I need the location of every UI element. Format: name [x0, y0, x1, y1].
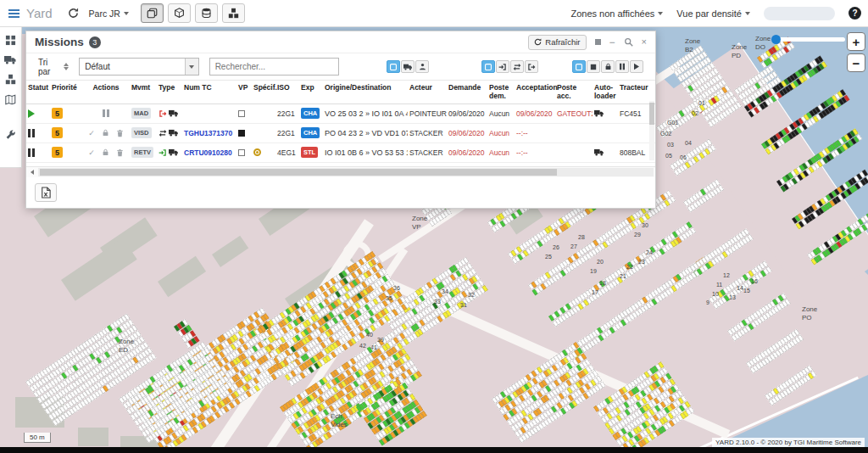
close-icon[interactable]: ×	[642, 37, 647, 47]
trash-icon[interactable]	[116, 129, 124, 137]
row-number-label: 28	[578, 234, 585, 240]
filter-all-moves-button[interactable]	[481, 60, 495, 73]
row-number-label: 41	[370, 344, 377, 350]
column-header[interactable]: Acceptation	[515, 84, 555, 101]
column-header[interactable]: Num TC	[182, 84, 236, 101]
container-number-link[interactable]: CRTU0910280	[184, 148, 232, 157]
table-row[interactable]: 5 ✓ VISD TGHU1371370 22G1 CHA PO 04 23 2	[26, 124, 655, 143]
column-header[interactable]: Priorité	[50, 84, 82, 101]
layers-icon	[147, 8, 158, 19]
table-row[interactable]: 5 ✓ RETV CRTU0910280 4EG1 STL IO I01 0B …	[26, 143, 655, 163]
movement-badge: RETV	[131, 147, 153, 158]
scroll-left-arrow[interactable]	[26, 167, 38, 177]
column-header[interactable]: Poste acc.	[555, 84, 593, 101]
column-header[interactable]: Actions	[82, 84, 130, 101]
tractor-cell: FC451	[618, 109, 647, 118]
validate-icon[interactable]: ✓	[88, 129, 95, 137]
lock-icon[interactable]	[102, 129, 109, 137]
density-dropdown[interactable]: Vue par densité	[676, 8, 750, 19]
vp-checkbox[interactable]	[238, 149, 245, 156]
cubes-icon[interactable]	[5, 74, 16, 85]
row-number-label: 03	[667, 142, 674, 148]
sort-select[interactable]: Défaut	[79, 58, 198, 76]
help-icon[interactable]: ?	[849, 7, 861, 20]
layers-view-button[interactable]	[141, 3, 164, 23]
row-number-label: 32	[468, 292, 475, 298]
request-date: 09/06/2020	[447, 109, 487, 118]
yard-application: Zone B2Zone PDZone DOZone VPZone POZone …	[0, 0, 868, 453]
column-header[interactable]: Auto-loader	[593, 84, 618, 101]
autoloader-truck-icon	[594, 109, 604, 117]
dock-icon[interactable]	[595, 39, 601, 45]
slider-knob[interactable]	[771, 35, 781, 44]
grid-icon[interactable]	[5, 35, 16, 46]
column-header[interactable]: Statut	[26, 84, 50, 101]
zoom-window-icon[interactable]	[624, 37, 633, 47]
menu-icon[interactable]	[8, 9, 19, 18]
sort-arrows-icon[interactable]	[64, 63, 69, 70]
missions-count-badge: 3	[89, 36, 101, 48]
pause-action-icon[interactable]	[103, 109, 109, 117]
row-number-label: 14	[737, 285, 743, 291]
column-header[interactable]: ISO	[275, 84, 299, 101]
row-number-label: 13	[729, 294, 736, 300]
missions-search-input[interactable]	[209, 58, 339, 76]
column-header[interactable]: Mvmt	[130, 84, 157, 101]
row-number-label: 11	[716, 282, 722, 288]
filter-truck-button[interactable]	[401, 60, 415, 73]
movement-badge: VISD	[131, 127, 152, 138]
row-number-label: 35	[386, 295, 392, 301]
column-header[interactable]: Acteur	[408, 84, 447, 101]
left-toolbar	[0, 27, 22, 168]
trash-icon[interactable]	[116, 148, 124, 157]
vp-checkbox[interactable]	[238, 130, 245, 137]
database-view-button[interactable]	[195, 3, 218, 23]
zones-dropdown[interactable]: Zones non affichées	[570, 8, 663, 19]
column-header[interactable]: Exp	[299, 84, 323, 101]
move-in-button[interactable]	[496, 60, 509, 73]
vp-checkbox[interactable]	[238, 110, 245, 117]
cube-view-button[interactable]	[168, 3, 191, 23]
column-header[interactable]: Spécif.	[252, 84, 275, 101]
wrench-icon[interactable]	[5, 130, 16, 141]
column-header[interactable]: Tracteur	[618, 84, 647, 101]
scrollbar-thumb[interactable]	[40, 169, 557, 176]
cubes-view-button[interactable]	[222, 3, 245, 23]
row-number-label: 40	[366, 332, 373, 338]
map-icon[interactable]	[5, 94, 16, 105]
column-header[interactable]: Demande	[447, 84, 487, 101]
filter-operator-button[interactable]	[415, 60, 429, 73]
status-all-button[interactable]	[572, 60, 586, 73]
scrollbar-track[interactable]	[38, 168, 654, 176]
minimize-icon[interactable]: −	[609, 37, 615, 48]
row-number-label: 24	[646, 249, 653, 255]
move-out-button[interactable]	[525, 60, 538, 73]
container-block	[690, 228, 754, 277]
export-button[interactable]	[35, 183, 57, 202]
row-number-label: 36	[393, 285, 400, 291]
lock-icon[interactable]	[102, 148, 109, 156]
status-paused-button[interactable]	[615, 60, 629, 73]
refresh-missions-button[interactable]: Rafraîchir	[528, 35, 586, 50]
truck-icon[interactable]	[4, 55, 17, 64]
container-number-link[interactable]: TGHU1371370	[184, 129, 232, 137]
refresh-button[interactable]	[68, 8, 79, 19]
column-header[interactable]: Poste dem.	[487, 84, 515, 101]
row-number-label: 12	[723, 272, 730, 278]
table-row[interactable]: 5 MAD 22G1 CHA VO 25 03 2 » IO I01 0A 4 …	[26, 104, 655, 124]
validate-icon[interactable]: ✓	[88, 148, 95, 157]
status-locked-button[interactable]	[601, 60, 615, 73]
column-header[interactable]: Origine/Destination	[323, 84, 408, 101]
column-header[interactable]: Type	[157, 84, 182, 101]
global-search-input[interactable]	[764, 7, 835, 20]
move-shift-button[interactable]	[510, 60, 524, 73]
status-running-button[interactable]	[630, 60, 643, 73]
autoloader-truck-icon	[594, 148, 604, 156]
column-header[interactable]: VP	[236, 84, 252, 101]
status-stopped-button[interactable]	[587, 60, 600, 73]
filter-all-actors-button[interactable]	[387, 60, 400, 73]
zoom-in-button[interactable]: +	[847, 32, 865, 51]
vertical-scrollbar[interactable]	[649, 101, 654, 160]
zoom-out-button[interactable]: −	[847, 53, 865, 72]
parc-dropdown[interactable]: Parc JR	[89, 8, 129, 19]
